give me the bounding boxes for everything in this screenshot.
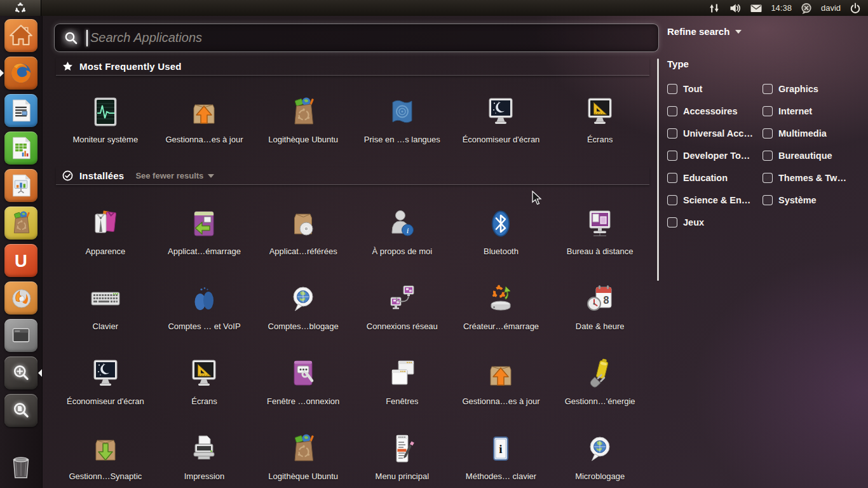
- checkbox-icon[interactable]: [763, 128, 773, 139]
- filter-multimedia[interactable]: Multimedia: [763, 122, 868, 144]
- app-item-créateur-émarrage[interactable]: Créateur…émarrage: [452, 269, 551, 344]
- filter-graphics[interactable]: Graphics: [763, 78, 868, 100]
- filter-label: Bureautique: [778, 151, 832, 161]
- search-input[interactable]: Search Applications: [54, 24, 659, 52]
- input-method-icon: i: [483, 431, 519, 466]
- app-item-logithèque-ubuntu[interactable]: Logithèque Ubuntu: [254, 419, 353, 488]
- volume-indicator-icon[interactable]: [729, 2, 742, 15]
- app-item-moniteur-système[interactable]: Moniteur système: [56, 83, 155, 158]
- launcher-item-files-lens[interactable]: [4, 394, 37, 427]
- app-item-écrans[interactable]: Écrans: [155, 344, 254, 419]
- app-item-menu-principal[interactable]: Menu principal: [353, 419, 452, 488]
- launcher-item-ubuntu-one[interactable]: U: [4, 244, 37, 277]
- mail-indicator-icon[interactable]: [750, 2, 763, 15]
- ubuntu-logo-button[interactable]: [0, 0, 41, 16]
- app-item-économiseur-d-écran[interactable]: Économiseur d'écran: [452, 83, 551, 158]
- checkbox-icon[interactable]: [667, 128, 677, 139]
- app-item-gestionn-énergie[interactable]: Gestionn…'énergie: [550, 344, 649, 419]
- app-label: Gestionn…'énergie: [565, 396, 635, 406]
- checkbox-icon[interactable]: [667, 195, 677, 205]
- app-item-gestionna-es-à-jour[interactable]: Gestionna…es à jour: [452, 344, 551, 419]
- checkbox-checked-icon[interactable]: [763, 173, 773, 183]
- section-title: Installées: [79, 170, 124, 181]
- checkbox-icon[interactable]: [667, 106, 677, 116]
- filter-accessoires[interactable]: Accessoires: [667, 100, 763, 122]
- launcher-item-firefox[interactable]: [4, 57, 37, 90]
- app-item-gestionna-es-à-jour[interactable]: Gestionna…es à jour: [155, 83, 254, 158]
- app-item-applicat-émarrage[interactable]: Applicat…émarrage: [155, 194, 254, 269]
- filter-label: Education: [683, 173, 728, 183]
- app-label: Clavier: [93, 322, 118, 331]
- screensaver-icon: [88, 356, 123, 391]
- filter-tout[interactable]: Tout: [667, 78, 763, 100]
- checkbox-icon[interactable]: [763, 195, 773, 205]
- app-item-fenêtres[interactable]: Fenêtres: [353, 344, 452, 419]
- checkbox-icon[interactable]: [667, 151, 677, 161]
- launcher-item-libreoffice-calc[interactable]: [4, 132, 37, 165]
- app-item-à-propos-de-moi[interactable]: iÀ propos de moi: [353, 194, 452, 269]
- app-item-écrans[interactable]: Écrans: [550, 83, 649, 158]
- app-item-connexions-réseau[interactable]: Connexions réseau: [353, 269, 452, 344]
- app-item-microblogage[interactable]: Microblogage: [550, 419, 649, 488]
- clock[interactable]: 14:38: [771, 3, 792, 13]
- windows-icon: [384, 356, 420, 391]
- filter-label: Système: [778, 195, 817, 205]
- applications-lens-icon: [6, 358, 36, 388]
- checkbox-icon[interactable]: [667, 217, 677, 227]
- refine-search-toggle[interactable]: Refine search: [667, 26, 742, 37]
- checkbox-icon[interactable]: [667, 84, 677, 94]
- app-item-impression[interactable]: Impression: [155, 419, 254, 488]
- launcher-item-applications-lens[interactable]: [4, 356, 37, 390]
- app-item-méthodes-clavier[interactable]: iMéthodes… clavier: [452, 419, 551, 488]
- app-item-applicat-référées[interactable]: Applicat…référées: [254, 194, 353, 269]
- app-item-logithèque-ubuntu[interactable]: Logithèque Ubuntu: [254, 83, 353, 158]
- checkbox-icon[interactable]: [667, 173, 677, 183]
- app-item-comptes-blogage[interactable]: Comptes…blogage: [254, 269, 353, 344]
- filter-système[interactable]: Système: [763, 189, 868, 211]
- filter-themes-tw[interactable]: Themes & Tw…: [763, 166, 868, 189]
- filter-internet[interactable]: Internet: [763, 100, 868, 122]
- indicator-area: 14:38 david: [708, 2, 868, 15]
- see-fewer-results-link[interactable]: See fewer results: [135, 171, 214, 180]
- launcher-item-libreoffice-writer[interactable]: [4, 94, 37, 127]
- app-item-économiseur-d-écran[interactable]: Économiseur d'écran: [56, 344, 155, 419]
- launcher-item-libreoffice-impress[interactable]: [4, 169, 37, 202]
- app-label: Économiseur d'écran: [67, 396, 144, 406]
- login-window-icon: [285, 356, 321, 391]
- filter-jeux[interactable]: Jeux: [667, 211, 763, 233]
- user-menu[interactable]: david: [821, 3, 841, 13]
- filter-universal-acc[interactable]: Universal Acc…: [667, 122, 763, 144]
- app-item-prise-en-s-langues[interactable]: Prise en …s langues: [353, 83, 452, 158]
- filter-education[interactable]: Education: [667, 166, 763, 189]
- app-label: Connexions réseau: [367, 322, 438, 331]
- filter-label: Themes & Tw…: [778, 173, 846, 183]
- app-label: Prise en …s langues: [364, 135, 440, 144]
- app-item-gestionn-synaptic[interactable]: Gestionn…Synaptic: [56, 419, 155, 488]
- dash-scrollbar[interactable]: [657, 58, 659, 281]
- launcher-item-workspace-switcher[interactable]: [4, 319, 37, 352]
- launcher-item-ubuntu-software-center[interactable]: [4, 207, 37, 240]
- checkbox-icon[interactable]: [763, 84, 773, 94]
- filter-science-en[interactable]: Science & En…: [667, 189, 763, 211]
- filter-bureautique[interactable]: Bureautique: [763, 144, 868, 166]
- me-menu-icon[interactable]: [800, 2, 813, 15]
- filter-label: Accessoires: [683, 106, 737, 116]
- launcher-item-home-folder[interactable]: [4, 19, 37, 52]
- power-icon[interactable]: [849, 2, 862, 15]
- app-item-bureau-à-distance[interactable]: Bureau à distance: [550, 194, 649, 269]
- app-item-comptes-et-voip[interactable]: Comptes … et VoIP: [155, 269, 254, 344]
- app-item-date-heure[interactable]: 8Date & heure: [550, 269, 649, 344]
- launcher-item-brasero[interactable]: [4, 281, 37, 315]
- app-grid-0: Moniteur systèmeGestionna…es à jourLogit…: [56, 83, 649, 158]
- checkbox-icon[interactable]: [763, 106, 773, 116]
- app-item-clavier[interactable]: Clavier: [56, 269, 155, 344]
- filter-developer-to[interactable]: Developer To…: [667, 144, 763, 166]
- app-item-fenêtre-onnexion[interactable]: Fenêtre …onnexion: [254, 344, 353, 419]
- app-item-bluetooth[interactable]: Bluetooth: [452, 194, 551, 269]
- datetime-icon: 8: [582, 281, 618, 316]
- launcher-item-trash[interactable]: [4, 450, 37, 483]
- app-item-apparence[interactable]: Apparence: [56, 194, 155, 269]
- network-indicator-icon[interactable]: [708, 2, 721, 15]
- checkbox-icon[interactable]: [763, 151, 773, 161]
- broadcast-icon: [285, 281, 321, 316]
